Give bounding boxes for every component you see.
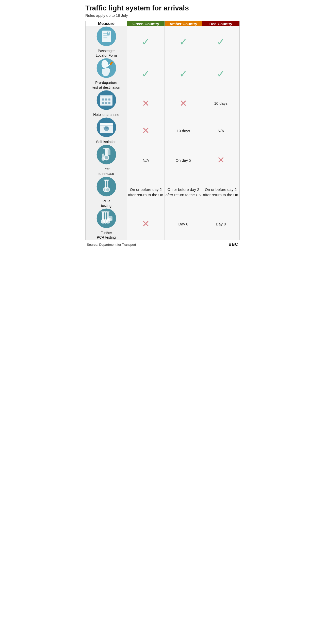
check-icon: ✓ <box>179 37 187 47</box>
red-cell-further-pcr: Day 8 <box>202 208 240 240</box>
svg-rect-46 <box>106 179 109 180</box>
svg-rect-48 <box>102 212 104 220</box>
measure-cell-hotel-quarantine: Hotel quarantine <box>86 90 127 117</box>
red-cell-pcr-testing: On or before day 2 after return to the U… <box>202 176 240 208</box>
amber-cell-self-isolation: 10 days <box>165 117 202 144</box>
pcr-testing-label: PCRtesting <box>86 199 127 208</box>
amber-cell-test-to-release: On day 5 <box>165 144 202 176</box>
cross-icon: ✕ <box>142 125 150 136</box>
measure-cell-further-pcr: FurtherPCR testing <box>86 208 127 240</box>
measure-cell-pre-departure: Pre-departuretest at destination <box>86 58 127 90</box>
traffic-table: Measure Green Country Amber Country Red … <box>85 21 240 240</box>
measure-header: Measure <box>86 21 127 26</box>
measure-cell-passenger-locator: PassengerLocator Form <box>86 26 127 58</box>
cell-value: Day 8 <box>178 222 188 226</box>
svg-point-35 <box>101 157 105 161</box>
self-isolation-icon <box>96 117 117 137</box>
svg-rect-36 <box>107 150 110 155</box>
cross-icon: ✕ <box>142 98 150 109</box>
svg-point-32 <box>105 156 108 159</box>
amber-cell-pcr-testing: On or before day 2 after return to the U… <box>165 176 202 208</box>
green-cell-test-to-release: N/A <box>127 144 165 176</box>
table-row: Self-isolation✕10 daysN/A <box>86 117 240 144</box>
table-body: PassengerLocator Form✓✓✓ Pre-departurete… <box>86 26 240 240</box>
cell-value: On or before day 2 after return to the U… <box>128 187 164 197</box>
svg-rect-17 <box>102 102 104 104</box>
cross-icon: ✕ <box>142 219 150 229</box>
further-pcr-icon <box>96 208 117 228</box>
svg-rect-19 <box>108 102 110 104</box>
cell-value: 10 days <box>177 129 190 133</box>
amber-cell-passenger-locator: ✓ <box>165 26 202 58</box>
svg-rect-56 <box>106 211 110 212</box>
svg-rect-29 <box>105 148 107 156</box>
passenger-locator-label: PassengerLocator Form <box>86 49 127 58</box>
hotel-quarantine-icon <box>96 90 117 110</box>
amber-cell-pre-departure: ✓ <box>165 58 202 90</box>
svg-point-45 <box>106 188 109 191</box>
svg-rect-16 <box>108 98 110 100</box>
check-icon: ✓ <box>142 37 150 47</box>
further-pcr-label: FurtherPCR testing <box>86 231 127 240</box>
red-cell-hotel-quarantine: 10 days <box>202 90 240 117</box>
subtitle: Rules apply up to 19 July <box>85 13 240 18</box>
check-icon: ✓ <box>217 69 225 79</box>
green-cell-further-pcr: ✕ <box>127 208 165 240</box>
pcr-testing-icon <box>96 176 117 197</box>
pre-departure-label: Pre-departuretest at destination <box>86 80 127 89</box>
amber-country-header: Amber Country <box>165 21 202 26</box>
test-to-release-label: Testto release <box>86 167 127 176</box>
check-icon: ✓ <box>179 69 187 79</box>
cross-icon: ✕ <box>217 155 225 165</box>
green-country-header: Green Country <box>127 21 165 26</box>
amber-cell-further-pcr: Day 8 <box>165 208 202 240</box>
svg-rect-14 <box>102 98 104 100</box>
hotel-quarantine-label: Hotel quarantine <box>86 112 127 117</box>
red-country-header: Red Country <box>202 21 240 26</box>
green-cell-passenger-locator: ✓ <box>127 26 165 58</box>
table-row: Testto releaseN/AOn day 5✕ <box>86 144 240 176</box>
green-cell-hotel-quarantine: ✕ <box>127 90 165 117</box>
cell-value: Day 8 <box>216 222 226 226</box>
passenger-locator-icon <box>96 26 117 47</box>
main-title: Traffic light system for arrivals <box>85 4 240 12</box>
pre-departure-icon <box>96 58 117 78</box>
table-row: Pre-departuretest at destination✓✓✓ <box>86 58 240 90</box>
amber-cell-hotel-quarantine: ✕ <box>165 90 202 117</box>
svg-rect-37 <box>107 149 109 150</box>
footer-source: Source: Department for Transport <box>87 243 136 247</box>
red-cell-test-to-release: ✕ <box>202 144 240 176</box>
page-wrapper: Traffic light system for arrivals Rules … <box>81 0 244 249</box>
table-row: PCRtestingOn or before day 2 after retur… <box>86 176 240 208</box>
svg-rect-15 <box>105 98 107 100</box>
red-cell-pre-departure: ✓ <box>202 58 240 90</box>
check-icon: ✓ <box>217 37 225 47</box>
header-row: Measure Green Country Amber Country Red … <box>86 21 240 26</box>
table-row: FurtherPCR testing✕Day 8Day 8 <box>86 208 240 240</box>
svg-rect-51 <box>105 212 106 220</box>
svg-rect-18 <box>105 102 107 104</box>
cell-value: N/A <box>143 158 149 162</box>
green-cell-pre-departure: ✓ <box>127 58 165 90</box>
table-row: Hotel quarantine✕✕10 days <box>86 90 240 117</box>
measure-cell-test-to-release: Testto release <box>86 144 127 176</box>
cell-value: N/A <box>218 129 224 133</box>
svg-point-59 <box>108 218 112 221</box>
check-icon: ✓ <box>142 69 150 79</box>
footer: Source: Department for Transport BBC <box>85 240 240 249</box>
svg-rect-33 <box>103 148 109 149</box>
svg-rect-13 <box>100 95 112 97</box>
svg-rect-12 <box>100 96 112 105</box>
green-cell-pcr-testing: On or before day 2 after return to the U… <box>127 176 165 208</box>
svg-point-8 <box>101 60 108 68</box>
cell-value: 10 days <box>214 101 228 105</box>
green-cell-self-isolation: ✕ <box>127 117 165 144</box>
cross-icon: ✕ <box>180 98 187 109</box>
footer-logo: BBC <box>229 242 238 247</box>
table-row: PassengerLocator Form✓✓✓ <box>86 26 240 58</box>
measure-cell-self-isolation: Self-isolation <box>86 117 127 144</box>
svg-rect-22 <box>100 123 113 125</box>
red-cell-passenger-locator: ✓ <box>202 26 240 58</box>
measure-cell-pcr-testing: PCRtesting <box>86 176 127 208</box>
test-to-release-icon <box>96 144 117 165</box>
